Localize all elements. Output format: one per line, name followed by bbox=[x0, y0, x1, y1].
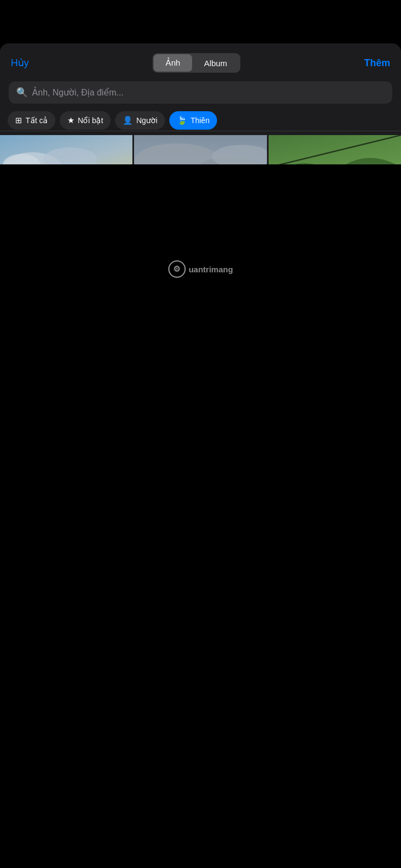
photo-2-svg bbox=[134, 135, 266, 164]
add-button[interactable]: Thêm bbox=[364, 58, 390, 69]
star-icon: ★ bbox=[67, 116, 74, 125]
photo-3-svg bbox=[269, 135, 401, 164]
search-icon: 🔍 bbox=[16, 87, 28, 98]
segment-albums[interactable]: Album bbox=[192, 54, 239, 72]
filter-all[interactable]: ⊞ Tất cả bbox=[8, 111, 55, 130]
search-bar[interactable]: 🔍 Ảnh, Người, Địa điểm... bbox=[9, 81, 392, 104]
photo-1-svg bbox=[0, 135, 132, 164]
search-placeholder-text: Ảnh, Người, Địa điểm... bbox=[32, 87, 124, 98]
segment-control: Ảnh Album bbox=[152, 53, 240, 73]
watermark-overlay: ⚙ uantrimang bbox=[168, 260, 233, 278]
watermark-text: uantrimang bbox=[189, 265, 233, 274]
filter-featured[interactable]: ★ Nổi bật bbox=[60, 111, 111, 130]
segment-photos[interactable]: Ảnh bbox=[154, 54, 192, 72]
grid-icon: ⊞ bbox=[15, 116, 22, 125]
header: Hủy Ảnh Album Thêm bbox=[0, 43, 401, 79]
modal-container: Hủy Ảnh Album Thêm 🔍 Ảnh, Người, Địa điể… bbox=[0, 43, 401, 164]
filter-nature[interactable]: 🍃 Thiên bbox=[169, 111, 217, 130]
cancel-button[interactable]: Hủy bbox=[11, 57, 29, 69]
photo-cell-3[interactable] bbox=[269, 135, 401, 164]
filter-people[interactable]: 👤 Người bbox=[115, 111, 165, 130]
person-icon: 👤 bbox=[123, 116, 133, 125]
photo-cell-2[interactable] bbox=[134, 135, 266, 164]
watermark-logo-icon: ⚙ bbox=[168, 260, 186, 278]
photo-grid bbox=[0, 135, 401, 164]
photo-cell-1[interactable] bbox=[0, 135, 132, 164]
leaf-icon: 🍃 bbox=[177, 116, 187, 125]
